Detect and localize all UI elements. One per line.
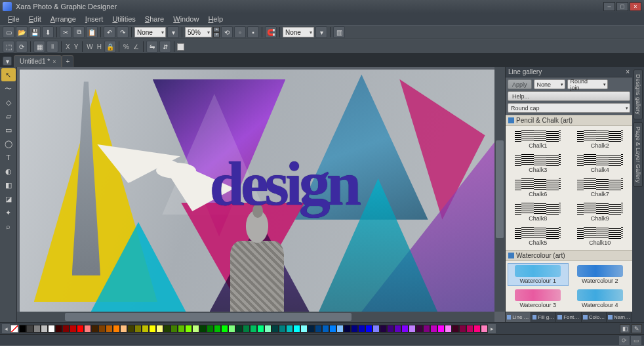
color-swatch[interactable] (98, 325, 106, 333)
color-swatch[interactable] (308, 325, 315, 333)
zoom-tool[interactable]: ⌕ (1, 220, 16, 233)
color-swatch[interactable] (84, 325, 91, 333)
flip-v-button[interactable]: ⇵ (159, 41, 171, 52)
color-swatch[interactable] (300, 325, 308, 333)
profile-combo[interactable]: Round cap (508, 103, 630, 113)
document-tab[interactable]: Untitled1 * × (14, 55, 62, 67)
color-swatch[interactable] (445, 325, 452, 333)
brush-watercolour-3[interactable]: Watercolour 3 (508, 287, 569, 310)
zoom-combo[interactable]: 50% (185, 27, 212, 37)
snap-button[interactable]: 🧲 (265, 26, 277, 38)
brush-watercolour-4[interactable]: Watercolour 4 (570, 287, 631, 310)
join-combo[interactable]: Round join (567, 79, 608, 89)
cap-combo[interactable]: None (534, 79, 565, 89)
menu-utilities[interactable]: Utilities (108, 14, 139, 24)
freehand-tool[interactable]: 〜 (1, 82, 16, 95)
color-swatch[interactable] (62, 325, 70, 333)
color-swatch[interactable] (163, 325, 171, 333)
color-swatch[interactable] (171, 325, 178, 333)
category-watercolour[interactable]: Watercolour (art) (506, 250, 632, 261)
doc-menu-button[interactable]: ▾ (3, 56, 12, 66)
color-swatch[interactable] (149, 325, 156, 333)
color-swatch[interactable] (235, 325, 243, 333)
new-tab-button[interactable]: + (62, 55, 73, 67)
color-swatch[interactable] (401, 325, 409, 333)
color-swatch[interactable] (48, 325, 55, 333)
color-swatch[interactable] (322, 325, 329, 333)
brush-chalk6[interactable]: Chalk6 (508, 176, 569, 199)
brush-watercolour-2[interactable]: Watercolour 2 (570, 263, 631, 286)
color-swatch[interactable] (257, 325, 264, 333)
color-swatch[interactable] (91, 325, 98, 333)
open-button[interactable]: 📂 (16, 26, 28, 38)
color-swatch[interactable] (437, 325, 445, 333)
line-style-combo[interactable]: None (134, 27, 166, 37)
menu-window[interactable]: Window (169, 14, 203, 24)
scale-line-check[interactable] (177, 43, 184, 51)
color-swatch[interactable] (336, 325, 344, 333)
cut-button[interactable]: ✂ (60, 26, 71, 38)
category-pencil-chalk[interactable]: Pencil & Chalk (art) (506, 115, 632, 126)
menu-help[interactable]: Help (204, 14, 227, 24)
window-close-button[interactable]: × (630, 2, 641, 11)
color-swatch[interactable] (286, 325, 293, 333)
fill-tool[interactable]: ◐ (1, 165, 16, 178)
color-swatch[interactable] (221, 325, 228, 333)
brush-chalk1[interactable]: Chalk1 (508, 128, 569, 151)
color-swatch[interactable] (33, 325, 41, 333)
color-swatch[interactable] (113, 325, 120, 333)
line-width-down-button[interactable]: ▾ (167, 26, 179, 38)
color-swatch[interactable] (156, 325, 163, 333)
apply-button[interactable]: Apply (508, 79, 532, 89)
color-swatch[interactable] (272, 325, 279, 333)
zoom-prev-button[interactable]: ⟲ (221, 26, 233, 38)
menu-edit[interactable]: Edit (25, 14, 45, 24)
panel-tab-3[interactable]: Colo… (582, 312, 607, 322)
flip-h-button[interactable]: ⇋ (146, 41, 158, 52)
panel-tab-1[interactable]: Fill g… (531, 312, 557, 322)
color-swatch[interactable] (452, 325, 459, 333)
color-swatch[interactable] (106, 325, 113, 333)
import-button[interactable]: ⬇ (42, 26, 54, 38)
save-button[interactable]: 💾 (29, 26, 41, 38)
brush-chalk5[interactable]: Chalk5 (508, 225, 569, 248)
shadow-tool[interactable]: ◪ (1, 192, 16, 205)
distribute-button[interactable]: ⫴ (47, 41, 58, 52)
scrollbar-horizontal[interactable] (17, 312, 494, 322)
color-swatch[interactable] (394, 325, 401, 333)
brush-chalk8[interactable]: Chalk8 (508, 201, 569, 224)
color-swatch[interactable] (344, 325, 351, 333)
color-swatch[interactable] (459, 325, 466, 333)
select-mode-button[interactable]: ⬚ (3, 41, 14, 52)
color-swatch[interactable] (329, 325, 336, 333)
align-grid-button[interactable]: ▦ (33, 41, 45, 52)
color-swatch[interactable] (178, 325, 185, 333)
color-swatch[interactable] (185, 325, 192, 333)
color-swatch[interactable] (214, 325, 221, 333)
color-swatch[interactable] (264, 325, 272, 333)
side-tab-designs-gallery[interactable]: Designs gallery (634, 70, 643, 119)
color-swatch[interactable] (430, 325, 437, 333)
quality-combo[interactable]: None (283, 27, 314, 37)
redo-button[interactable]: ↷ (117, 26, 129, 38)
color-swatch[interactable] (315, 325, 322, 333)
color-swatch[interactable] (293, 325, 300, 333)
ellipse-tool[interactable]: ◯ (1, 137, 16, 150)
photo-tool[interactable]: ✦ (1, 206, 16, 219)
live-drag-icon[interactable]: ⟳ (619, 336, 630, 345)
color-swatch[interactable] (120, 325, 127, 333)
transparency-tool[interactable]: ◧ (1, 178, 16, 192)
canvas[interactable]: design (20, 70, 494, 312)
color-swatch[interactable] (199, 325, 207, 333)
color-swatch[interactable] (77, 325, 84, 333)
swatch-scroll-left[interactable]: ◂ (2, 324, 10, 333)
brush-chalk3[interactable]: Chalk3 (508, 152, 569, 175)
panel-close-icon[interactable]: × (626, 68, 630, 75)
color-swatch[interactable] (207, 325, 214, 333)
panel-tab-2[interactable]: Font… (556, 312, 582, 322)
color-swatch[interactable] (365, 325, 372, 333)
color-swatch[interactable] (19, 325, 26, 333)
lock-aspect-button[interactable]: 🔒 (104, 41, 116, 52)
quality-down-button[interactable]: ▾ (315, 26, 327, 38)
color-swatch[interactable] (473, 325, 481, 333)
